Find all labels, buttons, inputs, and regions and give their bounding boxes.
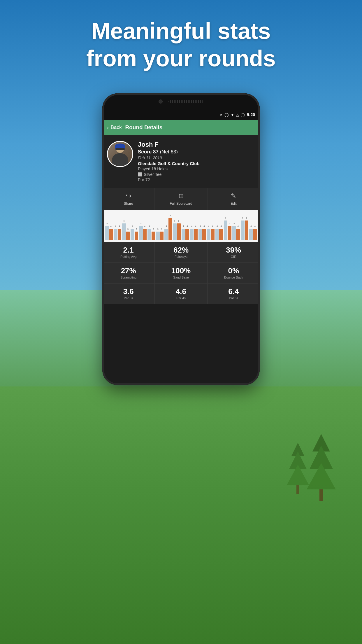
hole-group: 1144 <box>190 210 198 240</box>
bar-wrapper: 44 <box>207 212 215 240</box>
par-bar: 7 <box>241 220 245 240</box>
hole-number-label: 17 <box>243 210 246 211</box>
par-bar: 4 <box>164 229 168 240</box>
par5s-cell: 6.4 Par 5s <box>208 284 260 304</box>
tee-color-swatch <box>138 172 142 176</box>
score-bar: 4 <box>118 229 122 240</box>
share-button[interactable]: ↪ Share <box>102 188 155 210</box>
score-bar: 4 <box>194 229 198 240</box>
par4s-label: Par 4s <box>176 296 186 300</box>
par-bar: 5 <box>139 226 143 240</box>
par-bar: 4 <box>190 229 194 240</box>
do-not-disturb-icon: ◯ <box>224 113 229 117</box>
par-bar: 4 <box>131 229 134 240</box>
score-bar: 8 <box>168 218 172 240</box>
putting-avg-label: Putting Avg <box>120 255 136 258</box>
hole-number-label: 2 <box>117 210 118 211</box>
gir-cell: 39% GIR <box>208 242 260 262</box>
par-bar: 7 <box>224 220 228 240</box>
hole-number-label: 10 <box>184 210 187 211</box>
bar-wrapper: 44 <box>215 212 223 240</box>
hole-group: 966 <box>173 210 181 240</box>
share-label: Share <box>124 202 133 206</box>
hole-number-label: 11 <box>192 210 195 211</box>
par-info: Par 72 <box>138 177 255 182</box>
score-bar: 4 <box>219 229 223 240</box>
hole-number-label: 3 <box>125 210 126 211</box>
bar-wrapper: 54 <box>232 212 240 240</box>
par-bar: 6 <box>173 223 177 240</box>
par-bar: 5 <box>105 226 109 240</box>
hole-number-label: 6 <box>151 210 152 211</box>
signal-icon: △ <box>236 113 239 117</box>
scrambling-value: 27% <box>121 267 136 274</box>
back-chevron-icon: ‹ <box>107 124 109 131</box>
bar-wrapper: 43 <box>131 212 138 240</box>
scorecard-icon: ⊞ <box>178 192 184 200</box>
stats-row-1: 2.1 Putting Avg 62% Fairways 39% GIR <box>102 242 260 263</box>
bar-wrapper: 54 <box>105 212 113 240</box>
profile-section: Josh F Score 87 (Net 63) Feb 11, 2019 Gl… <box>102 135 260 188</box>
page-title: Round Details <box>125 124 162 131</box>
bar-wrapper: 48 <box>164 212 172 240</box>
stats-row-2: 27% Scrambling 100% Sand Save 0% Bounce … <box>102 263 260 284</box>
hole-number-label: 13 <box>209 210 212 211</box>
bounce-back-value: 0% <box>228 267 239 274</box>
tee-name: Silver Tee <box>144 172 161 177</box>
fairways-value: 62% <box>173 246 189 254</box>
score-label: Score <box>138 149 152 155</box>
holes-played: Played 18 Holes <box>138 167 255 171</box>
status-icons: ⁕ ◯ ▼ △ ◯ 9:20 <box>219 112 255 117</box>
hole-group: 443 <box>131 210 138 240</box>
par-bar: 4 <box>207 229 211 240</box>
hole-group: 1344 <box>207 210 215 240</box>
putting-avg-cell: 2.1 Putting Avg <box>102 242 155 262</box>
putting-avg-value: 2.1 <box>123 246 134 254</box>
hole-group: 554 <box>139 210 147 240</box>
stats-grid: 2.1 Putting Avg 62% Fairways 39% GIR 27%… <box>102 242 260 304</box>
par-bar: 4 <box>198 229 202 240</box>
score-value: 87 <box>153 149 160 155</box>
hole-group: 1244 <box>198 210 206 240</box>
par-bar: 6 <box>122 223 126 240</box>
par-bar: 4 <box>114 229 117 240</box>
avatar-image <box>108 142 132 166</box>
full-scorecard-button[interactable]: ⊞ Full Scorecard <box>155 188 207 210</box>
par-bar: 4 <box>249 229 253 240</box>
score-bar: 4 <box>236 229 240 240</box>
bar-wrapper: 43 <box>147 212 155 240</box>
back-button[interactable]: ‹ Back <box>107 124 122 131</box>
hero-text: Meaningful stats from your rounds <box>0 18 362 72</box>
hero-line2: from your rounds <box>0 45 362 72</box>
sand-save-label: Sand Save <box>173 276 189 279</box>
phone-speaker <box>168 100 203 103</box>
score-bar: 7 <box>245 220 249 240</box>
score-bar: 3 <box>152 232 155 240</box>
par5s-value: 6.4 <box>228 288 239 295</box>
phone-top-bar <box>102 93 260 109</box>
fairways-cell: 62% Fairways <box>155 242 207 262</box>
sand-save-value: 100% <box>171 267 191 274</box>
score-bar: 3 <box>126 232 130 240</box>
bar-wrapper: 75 <box>224 212 231 240</box>
wifi-icon: ▼ <box>231 113 234 117</box>
hole-group: 1777 <box>241 210 248 240</box>
bar-wrapper: 66 <box>173 212 181 240</box>
hole-number-label: 9 <box>176 210 177 211</box>
score-bar: 6 <box>177 223 181 240</box>
tee-info: Silver Tee <box>138 172 255 177</box>
hole-group: 244 <box>114 210 121 240</box>
edit-button[interactable]: ✎ Edit <box>208 188 260 210</box>
round-date: Feb 11, 2019 <box>138 155 255 160</box>
hole-number-label: 4 <box>134 210 135 211</box>
hole-group: 848 <box>164 210 172 240</box>
net-score: (Net 63) <box>160 149 178 155</box>
bar-wrapper: 33 <box>156 212 164 240</box>
par5s-label: Par 5s <box>229 296 238 300</box>
hole-group: 1575 <box>224 210 231 240</box>
edit-label: Edit <box>231 202 237 206</box>
score-bar: 4 <box>211 229 215 240</box>
share-icon: ↪ <box>126 192 131 200</box>
bar-wrapper: 44 <box>114 212 121 240</box>
hole-number-label: 16 <box>235 210 238 211</box>
